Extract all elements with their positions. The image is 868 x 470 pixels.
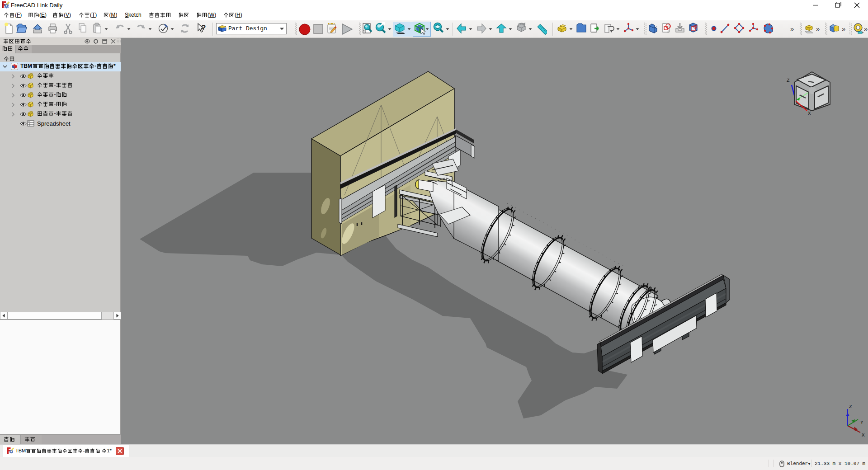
svg-text:-: - [54, 111, 56, 117]
svg-text:1*: 1* [107, 448, 112, 453]
svg-text:Z: Z [787, 78, 790, 83]
svg-text:Sketch: Sketch [125, 12, 142, 18]
svg-text:X: X [808, 111, 811, 116]
svg-text:(F): (F) [15, 12, 22, 18]
svg-text:?: ? [201, 24, 206, 32]
svg-text:(H): (H) [235, 12, 242, 18]
svg-text:TBM: TBM [20, 63, 32, 69]
svg-text:TBM: TBM [15, 448, 26, 453]
svg-text:-: - [54, 92, 56, 98]
svg-text:Y: Y [860, 420, 863, 425]
svg-text:-: - [83, 448, 85, 453]
svg-text:Z: Z [849, 404, 852, 409]
svg-text:(W): (W) [208, 12, 216, 18]
svg-text:(M): (M) [109, 12, 118, 18]
svg-text:-: - [94, 63, 96, 69]
svg-text:*: * [113, 63, 116, 69]
svg-text:(V): (V) [64, 12, 71, 18]
svg-text:X: X [862, 432, 865, 438]
svg-text:-: - [54, 101, 56, 107]
svg-text:(T): (T) [90, 12, 97, 18]
svg-text:(E): (E) [39, 12, 47, 18]
svg-text:-: - [54, 82, 56, 88]
